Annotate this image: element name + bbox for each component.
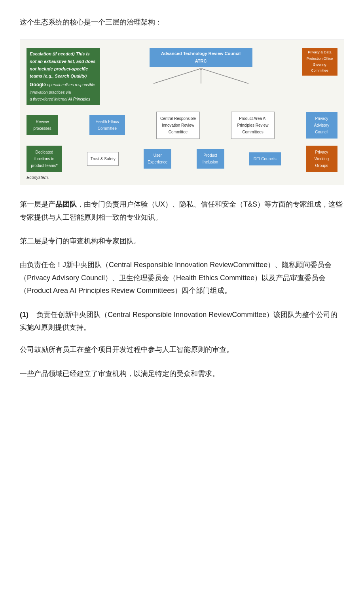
paragraph-3: 由负责任仓！J新中央团队（Central Responsible Innovat… (20, 258, 344, 297)
p5-text: 公司鼓励所有员工在整个项目开发过程中参与人工智能原则的审查。 (20, 346, 233, 353)
p4-bold: 负责任创新中央团队 (36, 311, 100, 319)
p2-text: 第二层是专门的审查机构和专家团队。 (20, 237, 141, 245)
central-responsible-box: Central Responsible Innovation Review Co… (156, 112, 200, 139)
paragraph-6: 一些产品领域已经建立了审查机构，以满足特定的受众和需求。 (20, 367, 344, 380)
p6-text: 一些产品领域已经建立了审查机构，以满足特定的受众和需求。 (20, 370, 219, 378)
p3-text: 由负责任仓！J新中央团队（Central Responsible Innovat… (20, 261, 332, 294)
numbered-item-1: (1) 负责任创新中央团队（Central Responsible Innova… (20, 308, 344, 334)
privacy-top-box: Privacy & Data Protection Office Steerin… (302, 48, 337, 75)
triangle-svg (142, 68, 260, 84)
triangle-lines (100, 68, 302, 84)
ecosystem-label: Ecosystem. (27, 174, 337, 181)
p1-bold: 品团队 (55, 200, 77, 208)
escalation-title-text: Escalation (If needed) (30, 51, 75, 56)
health-ethics-box: Health Ethics Committee (89, 115, 125, 135)
p1-text: 第一层是产 (20, 200, 55, 208)
privacy-advisory-box: Privacy Advisory Council (306, 112, 337, 139)
diagram-mid-row: Review processes Health Ethics Committee… (27, 112, 337, 139)
num-label: (1) (20, 311, 28, 319)
dedicated-box: Dedicated functions in product teams* (27, 146, 62, 172)
intro-text: 这个生态系统的核心是一个三层的治理架构： (20, 16, 344, 28)
paragraph-2: 第二层是专门的审查机构和专家团队。 (20, 235, 344, 247)
atrc-center: Advanced Technology Review Council ATRC (100, 48, 302, 84)
user-experience-box: User Experience (144, 149, 171, 169)
escalation-box: Escalation (If needed) This is not an ex… (27, 48, 100, 104)
diagram-top-row: Escalation (If needed) This is not an ex… (27, 48, 337, 104)
product-area-box: Product Area AI Principles Review Commit… (231, 112, 275, 139)
google-text: Google (30, 82, 46, 87)
paragraph-1: 第一层是产品团队，由专门负责用户体验（UX）、隐私、信任和安全（T&S）等方面的… (20, 198, 344, 224)
dei-councils-box: DEI Councils (249, 152, 281, 165)
escalation-italic: Google operationalizes responsible innov… (30, 81, 97, 102)
svg-line-2 (201, 68, 248, 84)
diagram-sep2 (27, 143, 337, 143)
diagram-sep1 (27, 109, 337, 109)
intro-label: 这个生态系统的核心是一个三层的治理架构： (20, 18, 162, 26)
privacy-working-box: Privacy Working Groups (306, 146, 337, 172)
diagram-bot-row: Dedicated functions in product teams* Tr… (27, 146, 337, 172)
atrc-box: Advanced Technology Review Council ATRC (150, 48, 252, 66)
review-processes-box: Review processes (27, 115, 58, 135)
trust-safety-box: Trust & Safety (87, 152, 119, 166)
svg-line-0 (154, 68, 201, 84)
governance-diagram: Escalation (If needed) This is not an ex… (20, 40, 344, 185)
svg-marker-3 (199, 68, 203, 70)
escalation-title: Escalation (If needed) This is not an ex… (30, 50, 97, 80)
paragraph-5: 公司鼓励所有员工在整个项目开发过程中参与人工智能原则的审查。 (20, 343, 344, 356)
product-inclusion-box: Product Inclusion (197, 149, 224, 169)
